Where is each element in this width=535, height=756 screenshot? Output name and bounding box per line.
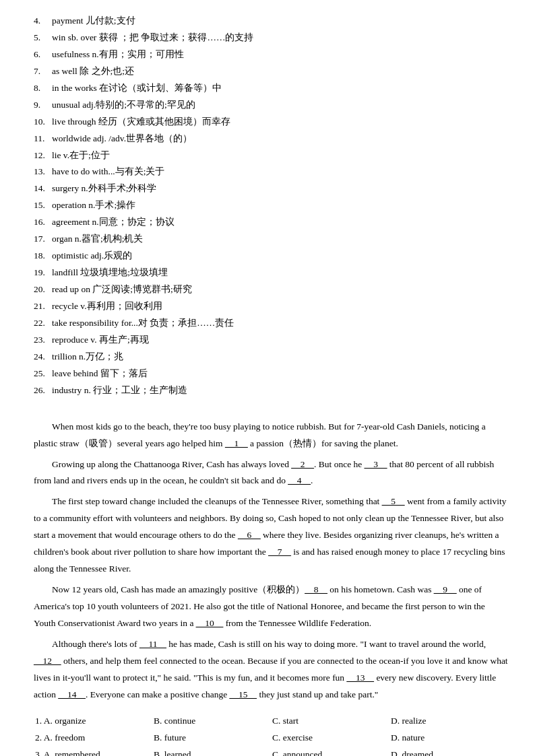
vocab-num: 5. [34, 30, 52, 46]
fill-blank: __10__ [196, 618, 224, 628]
vocab-num: 26. [34, 383, 52, 399]
vocab-text: unusual adj.特别的;不寻常的;罕见的 [52, 100, 195, 110]
option-row: 1. A. organizeB. continueC. startD. real… [34, 713, 508, 730]
vocab-text: in the works 在讨论（或计划、筹备等）中 [52, 83, 222, 93]
vocab-item: 11.worldwide adj. /adv.世界各地（的） [34, 131, 508, 147]
vocab-item: 23.reproduce v. 再生产;再现 [34, 333, 508, 348]
option-cell: 2. A. freedom [34, 730, 152, 747]
fill-blank: __15__ [230, 689, 257, 699]
vocab-text: have to do with...与有关;关于 [52, 166, 165, 176]
vocab-text: reproduce v. 再生产;再现 [52, 335, 149, 345]
passage-paragraph: Growing up along the Chattanooga River, … [34, 456, 508, 490]
passage-block: When most kids go to the beach, they're … [34, 419, 508, 704]
passage-paragraph: Now 12 years old, Cash has made an amazi… [34, 582, 508, 632]
vocab-num: 15. [34, 198, 52, 213]
vocab-item: 18.optimistic adj.乐观的 [34, 248, 508, 264]
vocab-item: 9.unusual adj.特别的;不寻常的;罕见的 [34, 98, 508, 113]
vocab-num: 7. [34, 64, 52, 79]
option-cell: B. learned [152, 747, 271, 756]
vocab-item: 6.usefulness n.有用；实用；可用性 [34, 47, 508, 63]
vocab-item: 5.win sb. over 获得 ；把 争取过来；获得……的支持 [34, 30, 508, 46]
fill-blank: __8__ [305, 584, 327, 594]
vocab-text: live through 经历（灾难或其他困境）而幸存 [52, 116, 230, 127]
fill-blank: __7__ [268, 547, 291, 557]
fill-blank: __2__ [291, 459, 314, 469]
vocab-num: 10. [34, 114, 52, 130]
vocab-num: 12. [34, 148, 52, 164]
vocab-num: 18. [34, 248, 52, 264]
vocab-text: read up on 广泛阅读;博览群书;研究 [52, 284, 192, 294]
vocab-num: 21. [34, 299, 52, 314]
vocab-num: 19. [34, 265, 52, 281]
vocab-text: worldwide adj. /adv.世界各地（的） [52, 133, 192, 143]
vocab-item: 21.recycle v.再利用；回收利用 [34, 299, 508, 314]
vocab-num: 4. [34, 13, 52, 29]
vocab-item: 24.trillion n.万亿；兆 [34, 349, 508, 365]
fill-blank: __1__ [225, 438, 248, 448]
passage-paragraph: When most kids go to the beach, they're … [34, 419, 508, 452]
vocab-num: 25. [34, 366, 52, 382]
vocab-item: 25.leave behind 留下；落后 [34, 366, 508, 382]
vocab-text: organ n.器官;机构;机关 [52, 234, 144, 244]
option-cell: C. start [271, 713, 389, 730]
passage-paragraph: The first step toward change included th… [34, 493, 508, 578]
fill-blank: __5__ [382, 496, 405, 506]
vocab-text: operation n.手术;操作 [52, 200, 135, 210]
vocab-text: win sb. over 获得 ；把 争取过来；获得……的支持 [52, 32, 254, 42]
vocab-text: leave behind 留下；落后 [52, 368, 148, 378]
vocab-item: 22.take responsibility for...对 负责；承担……责任 [34, 316, 508, 331]
fill-blank: __6__ [238, 530, 261, 540]
vocab-item: 20.read up on 广泛阅读;博览群书;研究 [34, 282, 508, 298]
option-row: 2. A. freedomB. futureC. exerciseD. natu… [34, 730, 508, 747]
vocab-num: 20. [34, 282, 52, 298]
vocab-text: optimistic adj.乐观的 [52, 250, 132, 261]
vocab-num: 13. [34, 164, 52, 180]
vocab-item: 19.landfill 垃圾填埋地;垃圾填埋 [34, 265, 508, 281]
option-cell: D. realize [389, 713, 508, 730]
fill-blank: __9__ [434, 584, 457, 594]
vocab-item: 4.payment 儿付款;支付 [34, 13, 508, 29]
vocab-text: recycle v.再利用；回收利用 [52, 301, 162, 311]
passage-paragraph: Although there's lots of __11__ he has m… [34, 636, 508, 703]
vocab-item: 14.surgery n.外科手术;外科学 [34, 181, 508, 197]
fill-blank: __3__ [365, 459, 387, 469]
fill-blank: __13__ [347, 673, 375, 683]
vocab-text: usefulness n.有用；实用；可用性 [52, 49, 184, 59]
vocab-num: 24. [34, 349, 52, 365]
vocab-num: 9. [34, 98, 52, 113]
option-cell: C. announced [271, 747, 389, 756]
option-cell: C. exercise [271, 730, 389, 747]
vocab-item: 16.agreement n.同意；协定；协议 [34, 215, 508, 230]
vocab-item: 15.operation n.手术;操作 [34, 198, 508, 213]
options-table: 1. A. organizeB. continueC. startD. real… [34, 713, 508, 756]
vocab-text: surgery n.外科手术;外科学 [52, 183, 157, 193]
vocab-text: landfill 垃圾填埋地;垃圾填埋 [52, 267, 168, 277]
vocab-text: lie v.在于;位于 [52, 150, 110, 160]
vocab-list: 4.payment 儿付款;支付5.win sb. over 获得 ；把 争取过… [34, 13, 508, 399]
vocab-item: 7.as well 除 之外;也;还 [34, 64, 508, 79]
vocab-num: 8. [34, 81, 52, 96]
vocab-text: as well 除 之外;也;还 [52, 66, 134, 76]
vocab-text: industry n. 行业；工业；生产制造 [52, 385, 187, 395]
option-cell: 3. A. remembered [34, 747, 152, 756]
vocab-num: 11. [34, 131, 52, 147]
vocab-num: 14. [34, 181, 52, 197]
vocab-text: take responsibility for...对 负责；承担……责任 [52, 318, 234, 328]
vocab-item: 26.industry n. 行业；工业；生产制造 [34, 383, 508, 399]
option-cell: B. continue [152, 713, 271, 730]
fill-blank: __12__ [34, 656, 61, 666]
fill-blank: __14__ [58, 689, 86, 699]
vocab-text: payment 儿付款;支付 [52, 15, 135, 26]
vocab-item: 12.lie v.在于;位于 [34, 148, 508, 164]
vocab-item: 10.live through 经历（灾难或其他困境）而幸存 [34, 114, 508, 130]
vocab-item: 17.organ n.器官;机构;机关 [34, 232, 508, 247]
vocab-num: 17. [34, 232, 52, 247]
vocab-item: 8.in the works 在讨论（或计划、筹备等）中 [34, 81, 508, 96]
option-row: 3. A. rememberedB. learnedC. announcedD.… [34, 747, 508, 756]
option-cell: D. dreamed [389, 747, 508, 756]
vocab-text: trillion n.万亿；兆 [52, 351, 123, 362]
vocab-item: 13.have to do with...与有关;关于 [34, 164, 508, 180]
vocab-text: agreement n.同意；协定；协议 [52, 217, 175, 227]
vocab-num: 22. [34, 316, 52, 331]
vocab-num: 16. [34, 215, 52, 230]
